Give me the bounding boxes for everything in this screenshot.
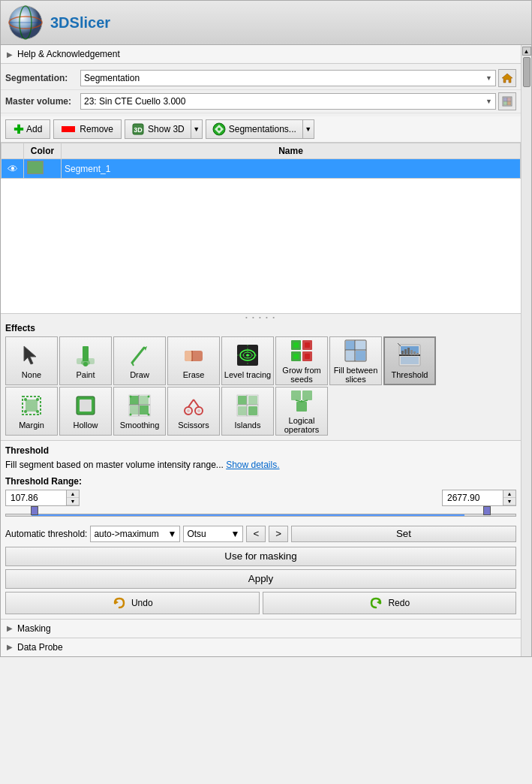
svg-point-14 — [218, 128, 221, 131]
effect-hollow-button[interactable]: Hollow — [59, 387, 112, 436]
svg-point-74 — [130, 395, 132, 397]
slider-thumb-left[interactable] — [31, 506, 38, 515]
threshold-slider[interactable] — [5, 509, 516, 521]
segmentation-combo[interactable]: Segmentation ▼ — [80, 70, 496, 86]
col-name-header: Name — [62, 143, 521, 159]
threshold-max-down[interactable]: ▼ — [503, 498, 515, 505]
paint-icon — [74, 343, 98, 367]
effect-logical-operators-button[interactable]: Logical operators — [275, 387, 328, 436]
master-volume-combo[interactable]: 23: Sin CTE Cuello 3.000 ▼ — [80, 93, 496, 110]
effect-paint-button[interactable]: Paint — [59, 336, 112, 385]
otsu-combo[interactable]: Otsu ▼ — [183, 526, 243, 542]
effect-fill-between-slices-button[interactable]: Fill between slices — [329, 336, 382, 385]
redo-label: Redo — [388, 598, 410, 608]
visibility-cell[interactable]: 👁 — [2, 159, 24, 179]
effects-grid: None Paint — [5, 336, 516, 385]
effect-scissors-button[interactable]: Scissors — [167, 387, 220, 436]
redo-button[interactable]: Redo — [263, 592, 517, 614]
plus-icon: ✚ — [14, 122, 23, 137]
slider-track — [5, 514, 516, 517]
add-button[interactable]: ✚ Add — [5, 119, 50, 139]
svg-rect-42 — [356, 341, 365, 350]
effect-fill-between-slices-label: Fill between slices — [330, 366, 381, 384]
segmentations-group: Segmentations... ▼ — [206, 119, 314, 139]
less-than-button[interactable]: < — [246, 526, 266, 542]
color-swatch — [27, 161, 44, 174]
apply-label: Apply — [248, 573, 273, 584]
svg-marker-97 — [115, 600, 119, 605]
effect-draw-label: Draw — [130, 370, 149, 379]
auto-method-combo[interactable]: auto->maximum ▼ — [90, 526, 180, 542]
segmentations-dropdown[interactable]: ▼ — [302, 119, 314, 139]
effect-margin-button[interactable]: Margin — [5, 387, 58, 436]
segmentation-icon-btn[interactable] — [498, 69, 516, 87]
threshold-max-arrows[interactable]: ▲ ▼ — [503, 490, 515, 505]
eye-icon[interactable]: 👁 — [8, 163, 18, 175]
undo-icon — [112, 596, 127, 611]
svg-point-77 — [148, 413, 150, 415]
scroll-up-arrow[interactable]: ▲ — [522, 47, 531, 56]
otsu-dropdown-icon: ▼ — [231, 529, 240, 539]
undo-button[interactable]: Undo — [5, 592, 260, 614]
effect-threshold-button[interactable]: Threshold — [383, 336, 436, 385]
scroll-thumb[interactable] — [523, 57, 530, 87]
svg-line-22 — [132, 363, 134, 366]
home-icon — [501, 72, 513, 84]
drag-handle[interactable]: • • • • • — [1, 314, 521, 320]
apply-button[interactable]: Apply — [5, 569, 516, 589]
svg-point-61 — [36, 398, 39, 401]
effect-grow-from-seeds-button[interactable]: Grow from seeds — [275, 336, 328, 385]
set-button[interactable]: Set — [291, 526, 516, 542]
segmentation-label: Segmentation: — [5, 73, 80, 83]
effect-level-tracing-button[interactable]: Level tracing — [221, 336, 274, 385]
effect-islands-button[interactable]: Islands — [221, 387, 274, 436]
add-label: Add — [26, 124, 42, 134]
threshold-min-spinbox[interactable]: 107.86 ▲ ▼ — [5, 490, 80, 506]
svg-rect-8 — [503, 101, 507, 105]
segment-table: Color Name 👁 Segment_1 — [1, 143, 521, 179]
master-volume-icon-btn[interactable] — [498, 92, 516, 110]
effect-erase-label: Erase — [183, 370, 205, 379]
svg-point-83 — [197, 409, 200, 412]
greater-than-button[interactable]: > — [269, 526, 288, 542]
segment-name: Segment_1 — [65, 164, 110, 174]
table-row[interactable]: 👁 Segment_1 — [2, 159, 521, 179]
threshold-max-spinbox[interactable]: 2677.90 ▲ ▼ — [442, 490, 516, 506]
svg-rect-53 — [404, 349, 407, 355]
scrollbar[interactable]: ▲ — [521, 45, 531, 656]
slider-thumb-right[interactable] — [483, 506, 491, 515]
auto-method-dropdown-icon: ▼ — [168, 529, 177, 539]
masking-section[interactable]: ▶ Masking — [1, 619, 521, 638]
use-for-masking-button[interactable]: Use for masking — [5, 547, 516, 566]
master-volume-row: Master volume: 23: Sin CTE Cuello 3.000 … — [1, 90, 521, 113]
threshold-max-value: 2677.90 — [443, 491, 503, 505]
remove-icon — [62, 126, 75, 132]
effect-margin-label: Margin — [19, 421, 44, 430]
show-details-link[interactable]: Show details. — [226, 460, 279, 470]
effect-scissors-label: Scissors — [178, 421, 209, 430]
svg-point-82 — [187, 409, 190, 412]
svg-rect-69 — [140, 396, 149, 405]
set-label: Set — [396, 528, 411, 539]
threshold-min-arrows[interactable]: ▲ ▼ — [66, 490, 79, 505]
segmentation-value: Segmentation — [84, 73, 140, 83]
help-section[interactable]: ▶ Help & Acknowledgement — [1, 45, 521, 64]
segmentations-button[interactable]: Segmentations... — [206, 119, 302, 139]
effect-erase-button[interactable]: Erase — [167, 336, 220, 385]
threshold-min-up[interactable]: ▲ — [67, 490, 79, 498]
auto-method-value: auto->maximum — [94, 529, 158, 539]
threshold-max-up[interactable]: ▲ — [503, 490, 515, 498]
show3d-button[interactable]: 3D Show 3D — [125, 119, 191, 139]
threshold-min-down[interactable]: ▼ — [67, 498, 79, 505]
svg-rect-17 — [83, 346, 89, 361]
svg-point-62 — [24, 410, 27, 413]
remove-button[interactable]: Remove — [53, 119, 122, 139]
effect-smoothing-button[interactable]: Smoothing — [113, 387, 166, 436]
show3d-group: 3D Show 3D ▼ — [125, 119, 203, 139]
svg-rect-86 — [248, 396, 257, 405]
show3d-dropdown[interactable]: ▼ — [191, 119, 203, 139]
logical-operators-icon — [290, 389, 314, 413]
effect-none-button[interactable]: None — [5, 336, 58, 385]
effect-draw-button[interactable]: Draw — [113, 336, 166, 385]
data-probe-section[interactable]: ▶ Data Probe — [1, 638, 521, 656]
